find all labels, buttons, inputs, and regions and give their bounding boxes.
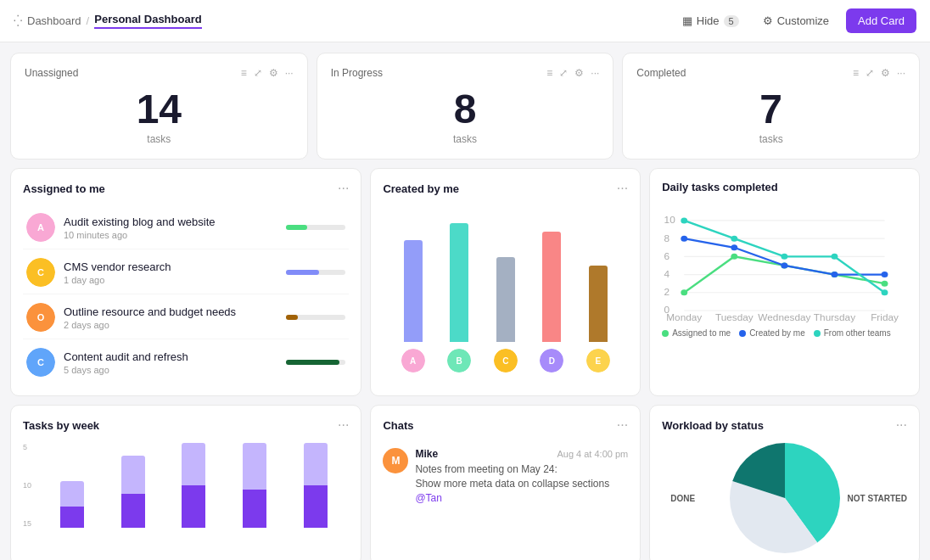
data-point — [731, 244, 738, 250]
stat-card: Unassigned ≡ ⤢ ⚙ ··· 14 tasks — [10, 53, 308, 160]
task-item[interactable]: C CMS vendor research 1 day ago — [23, 251, 349, 294]
chats-menu-button[interactable]: ··· — [617, 417, 628, 433]
task-item[interactable]: A Audit existing blog and website 10 min… — [23, 206, 349, 249]
legend-label: Created by me — [749, 328, 805, 338]
stat-card-title: Completed — [636, 67, 686, 79]
assigned-to-me-card: Assigned to me ··· A Audit existing blog… — [10, 168, 361, 396]
data-point — [882, 272, 888, 277]
bar — [589, 266, 608, 342]
data-point — [681, 217, 688, 223]
settings-icon[interactable]: ⚙ — [269, 67, 278, 79]
legend-dot — [662, 330, 669, 337]
progress-fill — [286, 270, 319, 275]
assigned-menu-button[interactable]: ··· — [338, 181, 349, 196]
add-card-button[interactable]: Add Card — [846, 8, 916, 33]
settings-icon[interactable]: ⚙ — [881, 67, 890, 79]
filter-icon[interactable]: ≡ — [546, 67, 552, 79]
progress-bar — [286, 315, 345, 320]
mid-row: Assigned to me ··· A Audit existing blog… — [10, 168, 920, 396]
expand-icon[interactable]: ⤢ — [254, 67, 262, 79]
chats-card: Chats ··· M Mike Aug 4 at 4:00 pm Notes … — [370, 405, 641, 560]
created-header: Created by me ··· — [383, 181, 628, 196]
line-chart: 0246810MondayTuesdayWednesdayThursdayFri… — [662, 204, 907, 339]
pie-chart: DONENOT STARTED — [662, 443, 907, 553]
task-item[interactable]: C Content audit and refresh 5 days ago — [23, 341, 349, 384]
bar-avatar: C — [494, 349, 518, 372]
stat-card-actions: ≡ ⤢ ⚙ ··· — [853, 67, 905, 79]
breadcrumb-root[interactable]: Dashboard — [27, 14, 81, 27]
stat-label: tasks — [25, 133, 294, 145]
customize-button[interactable]: ⚙ Customize — [756, 10, 836, 31]
week-bar-top — [121, 456, 145, 494]
daily-header: Daily tasks completed — [662, 181, 907, 193]
bar-avatar: D — [540, 349, 563, 372]
week-bar-bot — [243, 490, 266, 528]
data-point — [882, 289, 888, 295]
stat-number: 8 — [331, 89, 600, 130]
bar-group — [589, 266, 608, 342]
workload-menu-button[interactable]: ··· — [896, 417, 907, 433]
expand-icon[interactable]: ⤢ — [559, 67, 568, 79]
week-bar-bot — [304, 485, 328, 528]
data-point — [731, 254, 738, 260]
more-icon[interactable]: ··· — [591, 67, 599, 79]
task-time: 1 day ago — [64, 275, 277, 285]
more-icon[interactable]: ··· — [285, 67, 294, 79]
week-bar-top — [243, 443, 266, 490]
filter-icon[interactable]: ≡ — [853, 67, 859, 79]
filter-icon[interactable]: ≡ — [241, 67, 247, 79]
more-icon[interactable]: ··· — [897, 67, 905, 79]
pie-label-done: DONE — [670, 494, 695, 503]
chats-header: Chats ··· — [383, 417, 628, 433]
task-item[interactable]: O Outline resource and budget needs 2 da… — [23, 296, 349, 339]
data-point — [782, 254, 788, 260]
task-name: Content audit and refresh — [64, 350, 277, 363]
hide-label: Hide — [697, 14, 720, 27]
week-bar-bot — [121, 494, 145, 528]
stat-number: 7 — [636, 89, 905, 130]
stat-card-title: Unassigned — [25, 67, 78, 79]
svg-text:4: 4 — [664, 270, 670, 279]
task-name: CMS vendor research — [64, 260, 277, 273]
bar-group — [404, 240, 423, 342]
legend-item: From other teams — [814, 328, 891, 338]
legend-item: Created by me — [739, 328, 805, 338]
legend-label: From other teams — [824, 328, 891, 338]
created-menu-button[interactable]: ··· — [617, 181, 628, 196]
customize-label: Customize — [777, 14, 829, 27]
svg-text:8: 8 — [664, 233, 670, 243]
expand-icon[interactable]: ⤢ — [866, 67, 874, 79]
grid-icon: ⁛ — [14, 14, 22, 27]
stat-card-header: Unassigned ≡ ⤢ ⚙ ··· — [25, 67, 294, 79]
data-point — [681, 289, 688, 295]
stat-card-actions: ≡ ⤢ ⚙ ··· — [546, 67, 599, 79]
stat-cards-row: Unassigned ≡ ⤢ ⚙ ··· 14 tasks In Progres… — [10, 53, 920, 160]
data-point — [832, 272, 838, 277]
avatar: O — [26, 303, 55, 332]
breadcrumb: ⁛ Dashboard / Personal Dashboard — [14, 13, 202, 29]
week-chart-wrap: 15105 — [23, 443, 349, 528]
week-menu-button[interactable]: ··· — [338, 417, 349, 433]
stat-card: Completed ≡ ⤢ ⚙ ··· 7 tasks — [622, 53, 920, 160]
assigned-title: Assigned to me — [23, 182, 105, 195]
header-actions: ▦ Hide 5 ⚙ Customize Add Card — [675, 8, 916, 33]
daily-title: Daily tasks completed — [662, 181, 778, 193]
legend-item: Assigned to me — [662, 328, 731, 338]
stat-card-actions: ≡ ⤢ ⚙ ··· — [241, 67, 294, 79]
stat-card-header: In Progress ≡ ⤢ ⚙ ··· — [331, 67, 600, 79]
task-info: CMS vendor research 1 day ago — [64, 260, 277, 285]
task-time: 5 days ago — [64, 365, 277, 375]
workload-title: Workload by status — [662, 419, 764, 432]
data-point — [882, 281, 888, 287]
chat-mention[interactable]: @Tan — [415, 492, 442, 504]
week-bar-top — [182, 443, 205, 485]
week-bar-bot — [182, 485, 205, 528]
breadcrumb-sep: / — [87, 14, 90, 27]
bar-avatar: E — [586, 349, 610, 372]
bar — [542, 232, 561, 342]
settings-icon[interactable]: ⚙ — [574, 67, 584, 79]
created-title: Created by me — [383, 182, 459, 195]
hide-button[interactable]: ▦ Hide 5 — [675, 10, 746, 31]
svg-text:2: 2 — [664, 288, 670, 297]
svg-text:10: 10 — [664, 216, 675, 225]
